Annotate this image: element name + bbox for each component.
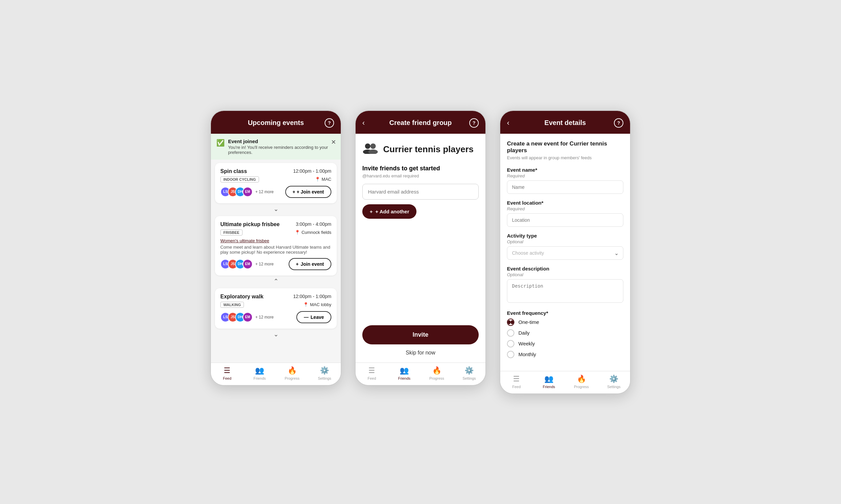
walk-expand-chevron[interactable]: ⌄ — [211, 331, 341, 338]
activity-type-label: Activity type — [507, 233, 623, 238]
frisbee-location: 📍 Cumnock fields — [295, 230, 331, 235]
email-input[interactable] — [362, 184, 479, 200]
plus-icon: + — [370, 209, 373, 214]
spin-tag: INDOOR CYCLING — [220, 176, 259, 182]
screen3-help-button[interactable]: ? — [614, 118, 623, 128]
banner-close-button[interactable]: ✕ — [331, 139, 336, 146]
nav-friends[interactable]: 👥 Friends — [388, 366, 421, 380]
frisbee-header: Ultimate pickup frisbee 3:00pm - 4:00pm — [220, 221, 331, 228]
radio-daily — [507, 329, 514, 337]
walk-time: 12:00pm - 1:00pm — [293, 294, 331, 299]
radio-monthly — [507, 351, 514, 358]
frisbee-time: 3:00pm - 4:00pm — [296, 221, 331, 227]
nav-friends[interactable]: 👥 Friends — [243, 366, 276, 380]
spin-name: Spin class — [220, 168, 247, 174]
screen1-title: Upcoming events — [227, 119, 325, 127]
nav-feed-label: Feed — [223, 376, 231, 380]
nav-friends-label: Friends — [543, 385, 555, 389]
spin-more-count: + 12 more — [255, 190, 274, 194]
event-name-input[interactable] — [507, 180, 623, 194]
screen2-body: Currier tennis players Invite friends to… — [356, 134, 485, 362]
walk-more-count: + 12 more — [255, 315, 274, 320]
event-location-input[interactable] — [507, 213, 623, 227]
minus-icon: — — [304, 314, 308, 320]
screen2-header: ‹ Create friend group ? — [356, 111, 485, 134]
location-pin-icon: 📍 — [303, 302, 308, 307]
nav-settings[interactable]: ⚙️ Settings — [308, 366, 341, 380]
frequency-monthly-label: Monthly — [518, 352, 536, 357]
event-form-header: Create a new event for Currier tennis pl… — [507, 141, 623, 160]
activity-select[interactable]: Choose activity — [507, 246, 623, 260]
nav-progress[interactable]: 🔥 Progress — [420, 366, 453, 380]
nav-settings-label: Settings — [318, 376, 331, 380]
event-frequency-field: Event frequency* One-time Daily Weekl — [507, 310, 623, 358]
frequency-onetime[interactable]: One-time — [507, 319, 623, 326]
spin-location: 📍 MAC — [315, 177, 331, 182]
event-location-label: Event location* — [507, 200, 623, 205]
nav-feed[interactable]: ☰ Feed — [500, 375, 533, 389]
frequency-daily[interactable]: Daily — [507, 329, 623, 337]
frisbee-link[interactable]: Women's ultimate frisbee — [220, 238, 331, 243]
check-icon: ✅ — [216, 139, 225, 147]
spin-expand-chevron[interactable]: ⌄ — [211, 205, 341, 213]
screen1-help-button[interactable]: ? — [325, 118, 334, 128]
frisbee-join-button[interactable]: + Join event — [289, 258, 331, 270]
event-desc-textarea[interactable] — [507, 279, 623, 303]
group-icon — [362, 142, 378, 157]
nav-settings[interactable]: ⚙️ Settings — [598, 375, 631, 389]
frisbee-more-count: + 12 more — [255, 262, 274, 267]
screen-create-friend-group: ‹ Create friend group ? Currier tennis p… — [355, 110, 486, 386]
spin-join-button[interactable]: + + Join event — [285, 186, 332, 198]
nav-friends-label: Friends — [253, 376, 266, 380]
screen3-body: Create a new event for Currier tennis pl… — [500, 134, 630, 371]
screen3-back-button[interactable]: ‹ — [507, 119, 516, 127]
event-name-field: Event name* Required — [507, 167, 623, 194]
screen-upcoming-events: Upcoming events ? ✅ Event joined You're … — [210, 110, 341, 386]
nav-progress[interactable]: 🔥 Progress — [565, 375, 598, 389]
friends-icon: 👥 — [255, 366, 264, 375]
screen2-help-button[interactable]: ? — [469, 118, 479, 128]
frisbee-collapse-chevron[interactable]: ⌃ — [211, 277, 341, 285]
event-desc-optional: Optional — [507, 272, 623, 277]
svg-point-1 — [371, 143, 376, 149]
frequency-weekly[interactable]: Weekly — [507, 340, 623, 347]
event-desc-label: Event description — [507, 266, 623, 271]
nav-friends[interactable]: 👥 Friends — [533, 375, 566, 389]
event-joined-banner: ✅ Event joined You're in! You'll receive… — [211, 134, 341, 160]
nav-friends-label: Friends — [398, 376, 410, 380]
screen1-body: ✅ Event joined You're in! You'll receive… — [211, 134, 341, 362]
group-title-row: Currier tennis players — [362, 142, 479, 157]
group-name: Currier tennis players — [383, 144, 474, 155]
event-card-walk: Exploratory walk 12:00pm - 1:00pm WALKIN… — [215, 288, 337, 329]
nav-feed[interactable]: ☰ Feed — [211, 366, 243, 380]
banner-text: Event joined You're in! You'll receive r… — [228, 139, 336, 155]
invite-section: Invite friends to get started @harvard.e… — [362, 165, 479, 219]
feed-icon: ☰ — [513, 375, 520, 383]
walk-leave-button[interactable]: — Leave — [296, 311, 331, 323]
radio-onetime — [507, 319, 514, 326]
walk-meta: WALKING 📍 MAC lobby — [220, 302, 331, 308]
nav-settings[interactable]: ⚙️ Settings — [453, 366, 486, 380]
nav-progress[interactable]: 🔥 Progress — [276, 366, 308, 380]
friends-icon: 👥 — [544, 375, 553, 383]
settings-icon: ⚙️ — [609, 375, 618, 383]
spin-meta: INDOOR CYCLING 📍 MAC — [220, 176, 331, 182]
friends-icon: 👥 — [400, 366, 409, 375]
location-pin-icon: 📍 — [295, 230, 300, 235]
screen2-back-button[interactable]: ‹ — [362, 119, 372, 127]
settings-icon: ⚙️ — [465, 366, 474, 375]
screen-event-details: ‹ Event details ? Create a new event for… — [500, 110, 631, 394]
nav-feed[interactable]: ☰ Feed — [356, 366, 388, 380]
screen3-title: Event details — [516, 119, 614, 127]
frisbee-avatars: LS JS DH EM + 12 more — [220, 259, 274, 269]
frequency-onetime-label: One-time — [518, 319, 539, 325]
frisbee-description: Come meet and learn about Harvard Ultima… — [220, 245, 331, 255]
frequency-monthly[interactable]: Monthly — [507, 351, 623, 358]
spin-header: Spin class 12:00pm - 1:00pm — [220, 168, 331, 174]
nav-settings-label: Settings — [607, 385, 621, 389]
add-another-button[interactable]: + + Add another — [362, 204, 416, 219]
plus-icon: + — [296, 262, 299, 267]
skip-link[interactable]: Skip for now — [362, 350, 479, 356]
invite-button[interactable]: Invite — [362, 325, 479, 344]
frequency-weekly-label: Weekly — [518, 341, 535, 346]
